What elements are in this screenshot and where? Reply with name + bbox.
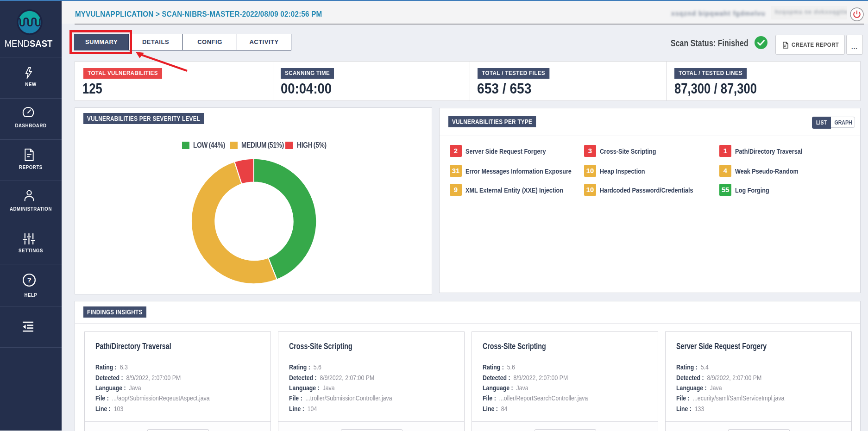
svg-text:?: ? [27, 276, 31, 284]
